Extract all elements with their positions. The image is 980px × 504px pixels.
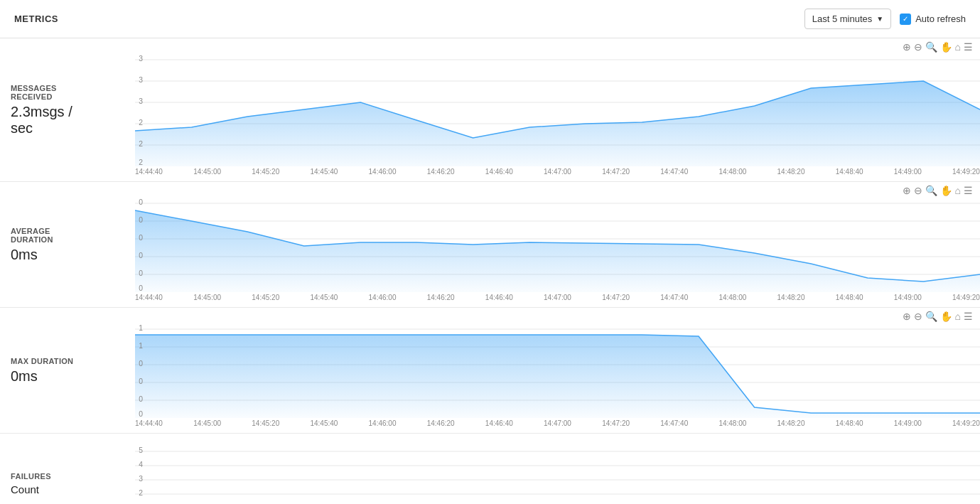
chevron-down-icon: ▼ xyxy=(876,15,883,23)
x-axis-messages: 14:44:40 14:45:00 14:45:20 14:45:40 14:4… xyxy=(114,166,980,181)
zoom-out-icon[interactable]: ⊖ xyxy=(914,41,922,53)
home-icon-2[interactable]: ⌂ xyxy=(955,185,961,196)
metrics-container: MESSAGESRECEIVED 2.3msgs /sec ⊕ ⊖ 🔍 ✋ ⌂ … xyxy=(0,38,980,504)
pan-icon[interactable]: ✋ xyxy=(940,41,952,53)
svg-text:0: 0 xyxy=(139,198,143,206)
chart-toolbar-3: ⊕ ⊖ 🔍 ✋ ⌂ ☰ xyxy=(903,311,973,322)
magnify-icon[interactable]: 🔍 xyxy=(925,41,937,53)
svg-text:0: 0 xyxy=(139,252,143,259)
metric-name-avg: AVERAGEDURATION xyxy=(11,227,103,244)
auto-refresh-control[interactable]: ✓ Auto refresh xyxy=(900,14,966,25)
menu-icon-2[interactable]: ☰ xyxy=(964,185,973,196)
svg-text:3: 3 xyxy=(139,76,143,84)
chart-svg-max: 1 1 0 0 0 0 xyxy=(135,315,980,418)
svg-text:0: 0 xyxy=(139,395,143,403)
menu-icon-3[interactable]: ☰ xyxy=(964,311,973,322)
metric-label-messages: MESSAGESRECEIVED 2.3msgs /sec xyxy=(0,38,114,181)
pan-icon-3[interactable]: ✋ xyxy=(940,311,952,322)
page-title: METRICS xyxy=(14,14,58,24)
chart-fill-max xyxy=(135,335,980,418)
chart-fill-avg xyxy=(135,210,980,292)
chart-svg-failures: 5 4 3 2 1 0 xyxy=(135,441,980,504)
chart-max: ⊕ ⊖ 🔍 ✋ ⌂ ☰ xyxy=(114,308,980,433)
svg-text:1: 1 xyxy=(139,342,143,350)
svg-text:0: 0 xyxy=(139,360,143,368)
header-controls: Last 5 minutes ▼ ✓ Auto refresh xyxy=(804,9,966,29)
chart-avg: ⊕ ⊖ 🔍 ✋ ⌂ ☰ xyxy=(114,182,980,307)
zoom-out-icon-2[interactable]: ⊖ xyxy=(914,185,922,196)
magnify-icon-3[interactable]: 🔍 xyxy=(925,311,937,322)
svg-text:3: 3 xyxy=(139,55,143,63)
home-icon[interactable]: ⌂ xyxy=(955,41,961,53)
chart-failures: 5 4 3 2 1 0 14:44:40 14:45:00 14:45:20 1… xyxy=(114,434,980,504)
metric-label-failures: FAILURES Count xyxy=(0,434,114,504)
svg-text:4: 4 xyxy=(139,461,143,468)
metric-value-messages: 2.3msgs /sec xyxy=(11,104,103,136)
svg-text:2: 2 xyxy=(139,140,143,148)
metric-average-duration: AVERAGEDURATION 0ms ⊕ ⊖ 🔍 ✋ ⌂ ☰ xyxy=(0,182,980,308)
metric-messages-received: MESSAGESRECEIVED 2.3msgs /sec ⊕ ⊖ 🔍 ✋ ⌂ … xyxy=(0,38,980,182)
svg-text:3: 3 xyxy=(139,97,143,105)
menu-icon[interactable]: ☰ xyxy=(964,41,973,53)
metric-label-avg: AVERAGEDURATION 0ms xyxy=(0,182,114,307)
home-icon-3[interactable]: ⌂ xyxy=(955,311,961,322)
time-range-label: Last 5 minutes xyxy=(812,14,873,24)
svg-text:0: 0 xyxy=(139,377,143,385)
metric-name-failures: FAILURES xyxy=(11,472,103,481)
metric-name-max: MAX DURATION xyxy=(11,357,103,365)
zoom-out-icon-3[interactable]: ⊖ xyxy=(914,311,922,322)
metric-max-duration: MAX DURATION 0ms ⊕ ⊖ 🔍 ✋ ⌂ ☰ xyxy=(0,308,980,434)
metric-label-max: MAX DURATION 0ms xyxy=(0,308,114,433)
auto-refresh-label: Auto refresh xyxy=(915,14,966,24)
svg-text:2: 2 xyxy=(139,159,143,166)
svg-text:1: 1 xyxy=(139,324,143,332)
auto-refresh-checkbox[interactable]: ✓ xyxy=(900,14,911,25)
pan-icon-2[interactable]: ✋ xyxy=(940,185,952,196)
zoom-in-icon[interactable]: ⊕ xyxy=(903,41,911,53)
chart-toolbar-2: ⊕ ⊖ 🔍 ✋ ⌂ ☰ xyxy=(903,185,973,196)
svg-text:5: 5 xyxy=(139,446,143,454)
magnify-icon-2[interactable]: 🔍 xyxy=(925,185,937,196)
svg-text:3: 3 xyxy=(139,475,143,483)
svg-text:0: 0 xyxy=(139,284,143,292)
chart-toolbar-1: ⊕ ⊖ 🔍 ✋ ⌂ ☰ xyxy=(903,41,973,53)
chart-messages: ⊕ ⊖ 🔍 ✋ ⌂ ☰ xyxy=(114,38,980,181)
zoom-in-icon-2[interactable]: ⊕ xyxy=(903,185,911,196)
x-axis-max: 14:44:40 14:45:00 14:45:20 14:45:40 14:4… xyxy=(114,418,980,433)
svg-text:0: 0 xyxy=(139,216,143,224)
svg-text:2: 2 xyxy=(139,489,143,497)
metric-name-messages: MESSAGESRECEIVED xyxy=(11,84,103,101)
zoom-in-icon-3[interactable]: ⊕ xyxy=(903,311,911,322)
metric-value-avg: 0ms xyxy=(11,247,103,263)
metric-value-max: 0ms xyxy=(11,368,103,385)
svg-text:0: 0 xyxy=(139,410,143,418)
svg-text:0: 0 xyxy=(139,269,143,277)
chart-svg-messages: 3 3 3 2 2 2 xyxy=(135,45,980,166)
svg-text:0: 0 xyxy=(139,234,143,242)
chart-svg-avg: 0 0 0 0 0 0 xyxy=(135,189,980,292)
metric-failures: FAILURES Count 5 4 3 2 1 0 14:44:40 14:4… xyxy=(0,434,980,504)
x-axis-avg: 14:44:40 14:45:00 14:45:20 14:45:40 14:4… xyxy=(114,292,980,307)
time-range-select[interactable]: Last 5 minutes ▼ xyxy=(804,9,891,29)
metric-value-failures: Count xyxy=(11,483,103,495)
svg-text:2: 2 xyxy=(139,119,143,127)
header: METRICS Last 5 minutes ▼ ✓ Auto refresh xyxy=(0,0,980,38)
